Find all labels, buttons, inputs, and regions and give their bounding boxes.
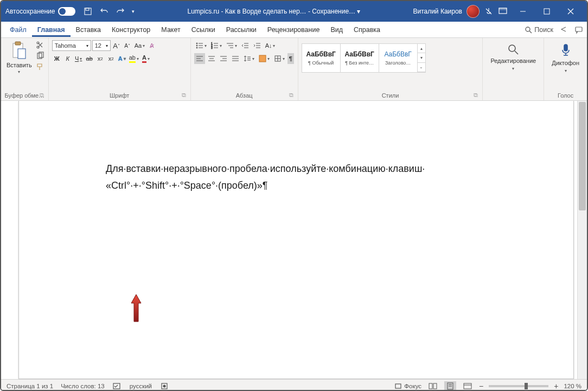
web-layout-icon[interactable] — [462, 381, 474, 391]
bold-button[interactable]: Ж — [52, 53, 62, 64]
tab-view[interactable]: Вид — [325, 23, 348, 37]
comments-icon[interactable] — [574, 25, 584, 35]
paragraph-label: Абзац — [236, 92, 253, 99]
paste-button[interactable]: Вставить ▾ — [4, 40, 34, 75]
close-button[interactable] — [559, 1, 583, 22]
focus-mode[interactable]: Фокус — [394, 382, 421, 390]
share-icon[interactable] — [559, 25, 568, 35]
group-editing: Редактирование ▾ — [483, 38, 544, 100]
tab-file[interactable]: Файл — [4, 23, 32, 37]
page[interactable]: Для·вставки·неразрывного·пробела·использ… — [18, 101, 574, 379]
indent-icon[interactable] — [252, 40, 263, 51]
page-indicator[interactable]: Страница 1 из 1 — [7, 383, 53, 389]
italic-button[interactable]: К — [63, 53, 73, 64]
justify-icon[interactable] — [230, 53, 241, 64]
sort-icon[interactable]: A↓ — [264, 40, 277, 51]
editing-label: Редактирование — [490, 57, 536, 64]
tab-home[interactable]: Главная — [32, 23, 71, 37]
clipboard-label: Буфер обме… — [5, 92, 45, 99]
search-box[interactable]: Поиск — [525, 26, 553, 34]
style-heading1[interactable]: АаБбВвГЗаголово… — [379, 43, 418, 73]
dictate-button[interactable]: Диктофон ▾ — [547, 40, 584, 76]
editing-dropdown-icon: ▾ — [512, 66, 514, 71]
paragraph-dialog-icon[interactable]: ⧉ — [289, 92, 293, 99]
clipboard-dialog-icon[interactable]: ⧉ — [40, 92, 44, 99]
highlight-icon[interactable]: ab — [128, 53, 140, 64]
style-up-icon: ▴ — [418, 44, 425, 53]
spellcheck-icon[interactable] — [112, 381, 122, 391]
avatar[interactable] — [466, 5, 480, 18]
tab-mailings[interactable]: Рассылки — [221, 23, 262, 37]
user-name: Виталий Каиров — [413, 8, 462, 15]
format-painter-icon[interactable] — [35, 62, 45, 72]
zoom-in-button[interactable]: + — [554, 382, 558, 390]
macro-icon[interactable] — [159, 381, 169, 391]
bullets-icon[interactable] — [194, 40, 208, 51]
strike-button[interactable]: ab — [85, 53, 94, 64]
style-normal[interactable]: АаБбВвГ¶ Обычный — [302, 43, 341, 73]
print-layout-icon[interactable] — [444, 381, 456, 391]
svg-rect-65 — [429, 383, 432, 389]
change-case-icon[interactable]: Aa — [133, 40, 146, 51]
zoom-slider[interactable] — [489, 385, 548, 387]
superscript-button[interactable]: x2 — [106, 53, 116, 64]
zoom-out-button[interactable]: − — [479, 382, 483, 390]
save-icon[interactable] — [83, 7, 93, 16]
word-count[interactable]: Число слов: 13 — [61, 383, 105, 389]
vertical-scrollbar[interactable] — [577, 101, 587, 379]
cut-icon[interactable] — [35, 40, 45, 50]
styles-label: Стили — [382, 92, 399, 99]
underline-button[interactable]: Ч — [74, 53, 84, 64]
voice-label: Голос — [558, 92, 573, 99]
font-size-combo[interactable]: 12▾ — [92, 40, 111, 51]
borders-icon[interactable] — [272, 53, 286, 64]
numbering-icon[interactable]: 123 — [209, 40, 223, 51]
text-effects-icon[interactable]: A — [117, 53, 127, 64]
tab-help[interactable]: Справка — [348, 23, 386, 37]
align-center-icon[interactable] — [206, 53, 217, 64]
editing-button[interactable]: Редактирование ▾ — [486, 40, 540, 74]
clear-format-icon[interactable]: A̷ — [147, 40, 157, 51]
align-right-icon[interactable] — [218, 53, 229, 64]
tab-references[interactable]: Ссылки — [186, 23, 221, 37]
paste-dropdown-icon[interactable]: ▾ — [18, 69, 20, 74]
ribbon-mode-icon[interactable] — [498, 7, 508, 16]
redo-icon[interactable] — [116, 7, 125, 16]
style-nospacing[interactable]: АаБбВвГ¶ Без инте… — [340, 43, 379, 73]
styles-dialog-icon[interactable]: ⧉ — [474, 92, 478, 99]
font-dialog-icon[interactable]: ⧉ — [182, 92, 186, 99]
minimize-button[interactable] — [511, 1, 535, 22]
tab-layout[interactable]: Макет — [156, 23, 186, 37]
line-spacing-icon[interactable] — [242, 53, 256, 64]
tab-review[interactable]: Рецензирование — [262, 23, 325, 37]
svg-rect-1 — [86, 8, 89, 10]
font-name-combo[interactable]: Tahoma▾ — [52, 40, 91, 51]
tab-design[interactable]: Конструктор — [106, 23, 156, 37]
svg-point-22 — [196, 47, 197, 48]
svg-point-58 — [509, 45, 515, 52]
tab-insert[interactable]: Вставка — [71, 23, 106, 37]
read-mode-icon[interactable] — [427, 381, 439, 391]
group-voice: Диктофон ▾ Голос — [544, 38, 587, 100]
align-left-icon[interactable] — [194, 53, 205, 64]
shrink-font-icon[interactable]: A˅ — [123, 40, 132, 51]
dictate-label: Диктофон — [552, 60, 579, 66]
copy-icon[interactable] — [35, 51, 45, 61]
language-indicator[interactable]: русский — [130, 383, 152, 389]
style-gallery-nav[interactable]: ▴▾⌄ — [417, 43, 426, 73]
undo-icon[interactable] — [99, 7, 109, 16]
outdent-icon[interactable] — [240, 40, 251, 51]
svg-rect-54 — [259, 55, 266, 62]
doc-line2: «Ctrl°·+·°Shift°·+·°Space°·(пробел)»¶ — [106, 180, 268, 191]
autosave-toggle[interactable] — [58, 7, 75, 16]
show-marks-icon[interactable]: ¶ — [287, 53, 294, 64]
maximize-button[interactable] — [535, 1, 559, 22]
grow-font-icon[interactable]: A˄ — [112, 40, 122, 51]
mic-off-icon[interactable] — [484, 7, 494, 16]
scrollbar-thumb[interactable] — [579, 102, 586, 210]
font-color-icon[interactable]: A — [141, 53, 151, 64]
multilevel-icon[interactable] — [225, 40, 239, 51]
shading-icon[interactable] — [257, 53, 271, 64]
zoom-value[interactable]: 120 % — [564, 383, 581, 389]
subscript-button[interactable]: x2 — [95, 53, 105, 64]
